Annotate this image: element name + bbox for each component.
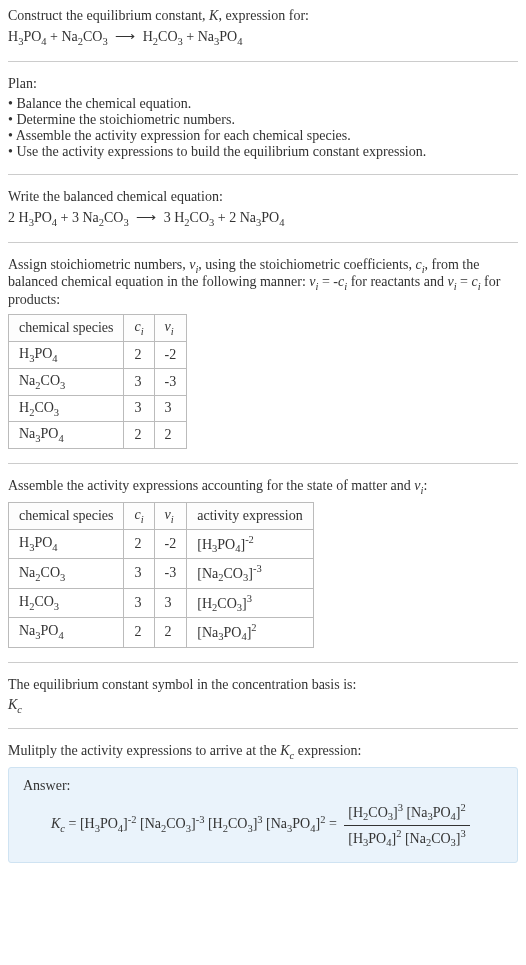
answer-equation: Kc = [H3PO4]-2 [Na2CO3]-3 [H2CO3]3 [Na3P… [51,802,503,848]
balanced-heading: Write the balanced chemical equation: [8,189,518,205]
table-row: Na2CO3 3 -3 [Na2CO3]-3 [9,559,314,588]
table-cell: Na3PO4 [9,422,124,449]
table-header-row: chemical species ci νi activity expressi… [9,502,314,529]
divider [8,463,518,464]
intro-equation: H3PO4 + Na2CO3 ⟶ H2CO3 + Na3PO4 [8,28,518,47]
kc-symbol-section: The equilibrium constant symbol in the c… [8,677,518,715]
plan-item: Assemble the activity expression for eac… [8,128,518,144]
table-header: ci [124,315,154,342]
table-cell: -2 [154,529,187,558]
table-cell: 2 [124,618,154,647]
activity-heading: Assemble the activity expressions accoun… [8,478,518,496]
table-cell: 2 [154,422,187,449]
table-cell: -2 [154,341,187,368]
table-cell: 2 [124,529,154,558]
table-row: Na2CO3 3 -3 [9,368,187,395]
divider [8,174,518,175]
table-cell: 3 [154,588,187,617]
intro-section: Construct the equilibrium constant, K, e… [8,8,518,47]
table-cell: H3PO4 [9,529,124,558]
table-cell: [H2CO3]3 [187,588,313,617]
stoich-text: Assign stoichiometric numbers, νi, using… [8,257,518,309]
plan-item: Balance the chemical equation. [8,96,518,112]
plan-heading: Plan: [8,76,518,92]
table-row: Na3PO4 2 2 [9,422,187,449]
table-row: H3PO4 2 -2 [H3PO4]-2 [9,529,314,558]
table-row: H2CO3 3 3 [9,395,187,422]
table-header: ci [124,502,154,529]
divider [8,242,518,243]
table-row: H2CO3 3 3 [H2CO3]3 [9,588,314,617]
table-cell: 3 [124,559,154,588]
table-cell: [Na2CO3]-3 [187,559,313,588]
table-cell: Na2CO3 [9,559,124,588]
table-cell: 3 [124,395,154,422]
stoich-section: Assign stoichiometric numbers, νi, using… [8,257,518,450]
plan-item: Use the activity expressions to build th… [8,144,518,160]
plan-item: Determine the stoichiometric numbers. [8,112,518,128]
answer-label: Answer: [23,778,503,794]
activity-section: Assemble the activity expressions accoun… [8,478,518,647]
multiply-section: Mulitply the activity expressions to arr… [8,743,518,761]
kc-symbol-heading: The equilibrium constant symbol in the c… [8,677,518,693]
table-cell: Na3PO4 [9,618,124,647]
table-cell: 3 [154,395,187,422]
table-cell: [H3PO4]-2 [187,529,313,558]
divider [8,61,518,62]
table-header: chemical species [9,315,124,342]
table-cell: H3PO4 [9,341,124,368]
table-header: activity expression [187,502,313,529]
table-row: Na3PO4 2 2 [Na3PO4]2 [9,618,314,647]
divider [8,662,518,663]
stoich-table: chemical species ci νi H3PO4 2 -2 Na2CO3… [8,314,187,449]
table-cell: 3 [124,368,154,395]
table-header: chemical species [9,502,124,529]
table-cell: -3 [154,559,187,588]
plan-section: Plan: Balance the chemical equation. Det… [8,76,518,160]
table-cell: 2 [154,618,187,647]
balanced-section: Write the balanced chemical equation: 2 … [8,189,518,228]
table-cell: -3 [154,368,187,395]
table-header: νi [154,502,187,529]
multiply-heading: Mulitply the activity expressions to arr… [8,743,518,761]
table-cell: 2 [124,341,154,368]
divider [8,728,518,729]
table-cell: [Na3PO4]2 [187,618,313,647]
table-header-row: chemical species ci νi [9,315,187,342]
table-cell: H2CO3 [9,395,124,422]
answer-box: Answer: Kc = [H3PO4]-2 [Na2CO3]-3 [H2CO3… [8,767,518,863]
kc-symbol: Kc [8,697,518,715]
balanced-equation: 2 H3PO4 + 3 Na2CO3 ⟶ 3 H2CO3 + 2 Na3PO4 [8,209,518,228]
intro-text: Construct the equilibrium constant, K, e… [8,8,518,24]
table-cell: H2CO3 [9,588,124,617]
plan-list: Balance the chemical equation. Determine… [8,96,518,160]
table-header: νi [154,315,187,342]
activity-table: chemical species ci νi activity expressi… [8,502,314,648]
table-cell: 3 [124,588,154,617]
table-row: H3PO4 2 -2 [9,341,187,368]
table-cell: Na2CO3 [9,368,124,395]
table-cell: 2 [124,422,154,449]
